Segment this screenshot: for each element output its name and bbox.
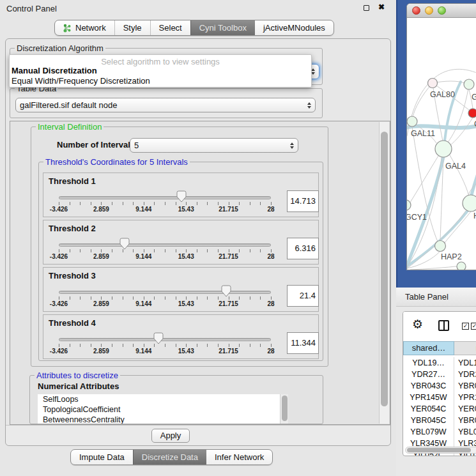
table-horizontal-scrollbar[interactable] (405, 447, 476, 454)
checkbox-icon[interactable]: ✓ (462, 323, 469, 330)
network-graph: GAL80 GA C GAL11 GAL4 GCY1 H HAP2 (407, 18, 476, 270)
column-header-shared-name[interactable]: shared… (403, 341, 454, 355)
node-label-gal11: GAL11 (411, 129, 435, 138)
list-item[interactable]: BetweennessCentrality (38, 415, 288, 424)
zoom-window-icon[interactable] (438, 6, 446, 15)
interval-definition-label: Interval Definition (36, 122, 104, 132)
threshold-4-slider-track[interactable] (59, 338, 271, 341)
cyni-bottom-tabbar: Impute Data Discretize Data Infer Networ… (70, 449, 273, 465)
dropdown-option-manual[interactable]: Manual Discretization (10, 66, 311, 76)
tab-style[interactable]: Style (114, 20, 150, 35)
cell: YER0 (454, 403, 476, 415)
network-view-window: GAL80 GA C GAL11 GAL4 GCY1 H HAP2 (406, 3, 476, 270)
cyni-toolbox-panel: Discretization Algorithm Select algorith… (5, 38, 391, 446)
tab-select[interactable]: Select (150, 20, 190, 35)
table-row[interactable]: YDL19…YDL1 (403, 357, 476, 369)
tab-infer-network[interactable]: Infer Network (206, 450, 272, 464)
table-row[interactable]: YBR043CYBR0 (403, 380, 476, 392)
threshold-coordinates-label: Threshold's Coordinates for 5 Intervals (43, 157, 190, 167)
network-node-gal11[interactable] (407, 116, 417, 127)
tick-label: 2.859 (93, 300, 109, 307)
tick-label: 15.43 (178, 206, 194, 213)
tab-cyni-toolbox[interactable]: Cyni Toolbox (190, 20, 255, 35)
tick-label: 28 (267, 253, 274, 260)
network-node-gal80[interactable] (428, 79, 438, 88)
network-window-titlebar[interactable] (407, 4, 476, 18)
tab-discretize-data[interactable]: Discretize Data (133, 450, 206, 464)
threshold-4-value-field[interactable]: 11.344 (287, 332, 319, 354)
threshold-3-slider-track[interactable] (59, 291, 271, 294)
cell: YPR1 (454, 392, 476, 403)
table-panel-window: ⚙ ✓ ✓ shared… na YDL19…YDL1 YDR27…YDR2 Y… (403, 311, 476, 456)
close-window-icon[interactable] (412, 6, 420, 15)
table-data-select[interactable]: galFiltered.sif default node (15, 98, 316, 112)
threshold-3-value-field[interactable]: 21.4 (287, 285, 319, 307)
network-node-hap2[interactable] (435, 241, 446, 252)
slider-tick-labels: -3.426 2.859 9.144 15.43 21.715 28 (59, 348, 271, 355)
tick-label: 21.715 (219, 300, 238, 307)
apply-button[interactable]: Apply (151, 429, 190, 443)
network-node[interactable] (457, 262, 466, 270)
control-panel-window: Control Panel ✖ Network Style Select Cyn… (0, 0, 396, 476)
attributes-group: Attributes to discretize Numerical Attri… (29, 375, 323, 424)
columns-icon[interactable] (438, 320, 449, 331)
scrollbar-thumb[interactable] (407, 448, 471, 452)
table-rows: YDL19…YDL1 YDR27…YDR2 YBR043CYBR0 YPR145… (403, 357, 476, 456)
network-node-gcy1[interactable] (407, 200, 411, 210)
network-icon (63, 24, 72, 33)
tab-network[interactable]: Network (55, 20, 114, 35)
tick-label: 21.715 (219, 253, 238, 260)
panel-footer: Apply (6, 425, 390, 445)
network-node-h[interactable] (463, 195, 476, 211)
threshold-1-slider-track[interactable] (59, 196, 271, 199)
table-data-value: galFiltered.sif default node (20, 100, 305, 110)
tick-label: 15.43 (178, 348, 194, 355)
tab-jactivemnodules[interactable]: jActiveMNodules (255, 20, 334, 35)
threshold-1-value-field[interactable]: 14.713 (287, 190, 319, 212)
number-of-intervals-select[interactable]: 5 (130, 138, 298, 153)
threshold-2-slider-track[interactable] (59, 243, 271, 247)
table-row[interactable]: YPR145WYPR1 (403, 392, 476, 403)
cell: YBR0 (454, 380, 476, 392)
list-item[interactable]: SelfLoops (38, 394, 288, 404)
table-row[interactable]: YBR045CYBR0 (403, 415, 476, 426)
threshold-2-value-field[interactable]: 6.316 (287, 238, 319, 259)
tick-label: 2.859 (93, 348, 109, 355)
column-header-name[interactable]: na (454, 341, 476, 355)
slider-tick-labels: -3.426 2.859 9.144 15.43 21.715 28 (59, 206, 271, 213)
tick-label: 2.859 (93, 253, 109, 260)
list-item[interactable]: TopologicalCoefficient (38, 404, 288, 415)
tick-label: 2.859 (93, 206, 109, 213)
network-node-selected-red[interactable] (468, 109, 476, 118)
table-row[interactable]: YDR27…YDR2 (403, 369, 476, 380)
float-panel-icon[interactable] (364, 5, 369, 11)
cell: YBL0 (454, 426, 476, 438)
settings-vertical-scrollbar[interactable] (379, 122, 389, 424)
tab-impute-data[interactable]: Impute Data (71, 450, 133, 464)
checkbox-icon[interactable]: ✓ (471, 323, 476, 330)
table-row[interactable]: YER054CYER0 (403, 403, 476, 415)
close-icon[interactable]: ✖ (378, 3, 385, 12)
table-row[interactable]: YBL079WYBL0 (403, 426, 476, 438)
tab-discretize-label: Discretize Data (142, 450, 198, 464)
node-label-gal4: GAL4 (445, 162, 466, 171)
minimize-window-icon[interactable] (425, 6, 433, 15)
slider-tick-labels: -3.426 2.859 9.144 15.43 21.715 28 (59, 300, 271, 308)
slider-ticks (59, 344, 272, 347)
tab-style-label: Style (123, 20, 142, 35)
table-header-row: shared… na (403, 341, 476, 355)
dropdown-option-equal-width[interactable]: Equal Width/Frequency Discretization (10, 76, 311, 86)
network-node[interactable] (464, 79, 474, 89)
tick-label: 21.715 (219, 206, 238, 213)
tick-label: 28 (267, 348, 274, 355)
tab-network-label: Network (75, 20, 106, 35)
discretization-algorithm-label: Discretization Algorithm (15, 43, 105, 53)
slider-ticks (59, 202, 272, 205)
network-canvas[interactable]: GAL80 GA C GAL11 GAL4 GCY1 H HAP2 (407, 18, 476, 270)
scrollbar-thumb[interactable] (381, 132, 388, 406)
cell: YPR145W (403, 392, 454, 403)
gear-icon[interactable]: ⚙ (412, 317, 423, 332)
tick-label: 9.144 (135, 253, 151, 260)
network-node-gal4[interactable] (435, 141, 452, 157)
attributes-list-scrollbar[interactable] (280, 394, 288, 424)
